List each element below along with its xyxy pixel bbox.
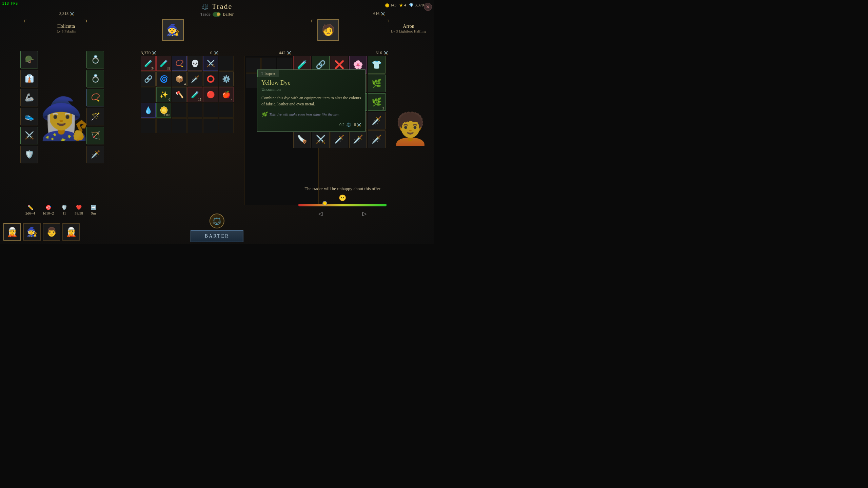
inv-cell-6[interactable]: 🔗 — [141, 72, 156, 86]
eq-slot-ring1[interactable]: 💍 — [86, 51, 104, 68]
inv-cell-0[interactable]: 🧪34 — [141, 56, 156, 71]
corner-tr2 — [311, 20, 314, 22]
inv-cell-16[interactable]: 🔴 — [203, 87, 218, 102]
inv-cell-29[interactable] — [219, 118, 234, 133]
inv-cell-24[interactable] — [141, 118, 156, 133]
stat-attack2: 🎯 1d10+2 — [42, 205, 54, 215]
inv-cell-18[interactable]: 💧 — [141, 103, 156, 118]
inv-cell-23[interactable] — [219, 103, 234, 118]
party-member-3[interactable]: 🧝 — [62, 223, 80, 241]
inv-cell-20[interactable] — [172, 103, 187, 118]
eq-slot-ring2[interactable]: 💍 — [86, 70, 104, 87]
player-character-model: 🪖 👔 🦾 👟 ⚔️ 🛡️ 🧙‍♀️ 💍 💍 📿 🪄 🏹 🗡️ — [20, 44, 102, 193]
tooltip-flavor-text: This dye will make even iron shine like … — [269, 112, 339, 116]
eq-slots-left: 🪖 👔 🦾 👟 ⚔️ 🛡️ — [20, 51, 39, 163]
eq-slot-amulet[interactable]: 📿 — [86, 89, 104, 106]
tooltip-content: Yellow Dye Uncommon Combine this dye wit… — [257, 79, 365, 131]
top-bar: ⚖️ Trade Trade Barter — [0, 0, 434, 19]
trader-cell-24[interactable]: 🗡️ — [368, 130, 386, 148]
inv-cell-22[interactable] — [203, 103, 218, 118]
inv-cell-1[interactable]: 🧪32 — [156, 56, 171, 71]
inv-cell-8[interactable]: 📦4 — [172, 72, 187, 86]
player-inventory: 🧪34 🧪32 📿 💀 ⚔️ 🔗 🌀 📦4 🗡️ ⭕ ⚙️ ✨6 🪓 🧪15 🔴… — [141, 56, 241, 133]
inv-cell-19[interactable]: 🪙3318 — [156, 103, 171, 118]
eq-slot-weapon[interactable]: ⚔️ — [20, 127, 38, 144]
inv-cell-15[interactable]: 🧪15 — [188, 87, 202, 102]
stat-attack1: ✏️ 2d6+4 — [25, 205, 35, 215]
eq-slot-chest[interactable]: 👔 — [20, 70, 38, 87]
happiness-bar — [298, 204, 387, 206]
inv-cell-2[interactable]: 📿 — [172, 56, 187, 71]
trader-cell-19[interactable]: 🗡️ — [368, 112, 386, 129]
inspect-bar[interactable]: T Inspect — [257, 70, 279, 77]
inv-cell-14[interactable]: 🪓 — [172, 87, 187, 102]
tooltip-footer: 0.2 ⚖️ 8 ⚔️ — [261, 120, 361, 127]
trader-cell-4[interactable]: 👕 — [368, 56, 386, 74]
eq-slot-boots[interactable]: 👟 — [20, 108, 38, 125]
trader-cell-9[interactable]: 🌿 — [368, 75, 386, 92]
tooltip-price-display: 8 ⚔️ — [354, 122, 361, 127]
inv-cell-11[interactable]: ⚙️ — [219, 72, 234, 86]
trader-name: Arron — [387, 24, 431, 29]
party-member-0[interactable]: 🧝 — [3, 223, 21, 241]
tooltip-item-name: Yellow Dye — [261, 79, 361, 86]
balance-arrows: ◁ ▷ — [298, 210, 387, 217]
stat-ac: 🛡️ 11 — [61, 205, 67, 215]
eq-slot-helm[interactable]: 🪖 — [20, 51, 38, 68]
eq-slot-offhand[interactable]: 🛡️ — [20, 146, 38, 163]
tooltip-description: Combine this dye with an equipment item … — [261, 95, 361, 107]
stat-move: ➡️ 9m — [91, 205, 96, 215]
trader-inv-gold-amount: 442 — [279, 50, 286, 56]
trade-toggle[interactable] — [213, 12, 221, 17]
party-member-2[interactable]: 👨 — [43, 223, 60, 241]
eq-slot-ranged[interactable]: 🏹 — [86, 127, 104, 144]
inv-cell-26[interactable] — [172, 118, 187, 133]
trader-character-model: 🧑‍🦱 — [390, 64, 431, 193]
trader-cell-23[interactable]: 🗡️ — [349, 130, 367, 148]
inv-cell-5[interactable] — [219, 56, 234, 71]
trader-cell-21[interactable]: ⚔️ — [312, 130, 330, 148]
trade-title: ⚖️ Trade — [202, 2, 233, 11]
inv-cell-10[interactable]: ⭕ — [203, 72, 218, 86]
player-name: Holicutta — [44, 24, 88, 29]
trader-cell-14[interactable]: 🌿3 — [368, 93, 386, 111]
inv-cell-21[interactable] — [188, 103, 202, 118]
stat-move-value: 9m — [91, 211, 96, 215]
fps-counter: 118 FPS — [2, 1, 18, 6]
player-inv-grid: 🧪34 🧪32 📿 💀 ⚔️ 🔗 🌀 📦4 🗡️ ⭕ ⚙️ ✨6 🪓 🧪15 🔴… — [141, 56, 241, 133]
barter-scales-icon: ⚖️ — [210, 214, 224, 228]
inv-cell-9[interactable]: 🗡️ — [188, 72, 202, 86]
trader-cell-22[interactable]: 🗡️ — [331, 130, 348, 148]
eq-slot-dagger[interactable]: 🗡️ — [86, 146, 104, 163]
happiness-emoji: 😐 — [298, 194, 387, 202]
happiness-indicator — [322, 201, 327, 206]
inv-cell-27[interactable] — [188, 118, 202, 133]
inspect-label: Inspect — [264, 72, 275, 76]
trade-title-area: ⚖️ Trade Trade Barter — [200, 2, 234, 17]
tooltip-panel: T Inspect Yellow Dye Uncommon Combine th… — [257, 69, 366, 132]
inv-cell-7[interactable]: 🌀 — [156, 72, 171, 86]
trader-happiness: The trader will be unhappy about this of… — [298, 186, 387, 217]
trader-cell-20[interactable]: 🪚 — [293, 130, 311, 148]
tab-barter[interactable]: Barter — [223, 12, 234, 17]
inv-cell-3[interactable]: 💀 — [188, 56, 202, 71]
trade-tabs: Trade Barter — [200, 12, 234, 17]
inv-cell-12[interactable] — [141, 87, 156, 102]
inv-cell-13[interactable]: ✨6 — [156, 87, 171, 102]
party-member-1[interactable]: 🧙 — [23, 223, 41, 241]
eq-slot-gloves[interactable]: 🦾 — [20, 89, 38, 106]
tooltip-rarity: Uncommon — [261, 87, 361, 92]
eq-slot-wand[interactable]: 🪄 — [86, 108, 104, 125]
inv-cell-25[interactable] — [156, 118, 171, 133]
barter-button[interactable]: BARTER — [191, 230, 243, 242]
tooltip-weight: 0.2 — [339, 122, 344, 127]
player-inv-gold: 3,370 ⚔️ — [141, 50, 157, 56]
eq-slots-right: 💍 💍 📿 🪄 🏹 🗡️ — [86, 51, 105, 163]
inv-cell-28[interactable] — [203, 118, 218, 133]
player-avatar-center: 🧙 — [162, 19, 184, 41]
inv-cell-4[interactable]: ⚔️ — [203, 56, 218, 71]
tab-trade[interactable]: Trade — [200, 12, 211, 17]
corner-tr3 — [387, 20, 389, 22]
inv-cell-17[interactable]: 🍎4 — [219, 87, 234, 102]
offer-gold-amount: 0 — [210, 50, 213, 56]
